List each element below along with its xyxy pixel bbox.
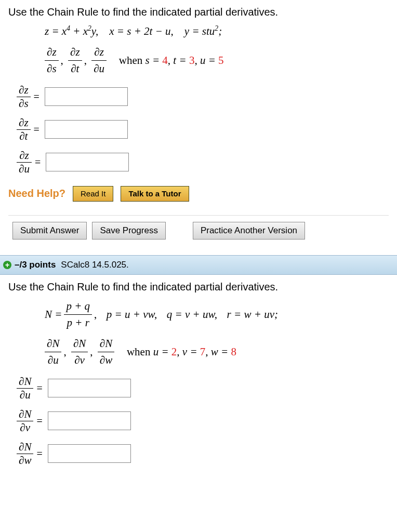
input-dz-du[interactable]: [46, 153, 129, 171]
talk-tutor-button[interactable]: Talk to a Tutor: [121, 186, 189, 202]
q1-setup: z = x4 + x2y, x = s + 2t − u, y = stu2; …: [45, 23, 389, 77]
q2-prompt: Use the Chain Rule to find the indicated…: [8, 281, 389, 293]
answer-row-dN-dw: ∂N ∂w =: [17, 441, 389, 467]
q2-equations-line1: N = p + q p + r , p = u + vw, q = v + uw…: [45, 298, 389, 331]
label-dz-dt: ∂z ∂t: [17, 116, 31, 143]
frac-dz-du: ∂z ∂u: [91, 44, 107, 77]
input-dN-dv[interactable]: [48, 411, 131, 430]
question-2: Use the Chain Rule to find the indicated…: [0, 275, 397, 483]
practice-another-button[interactable]: Practice Another Version: [193, 222, 305, 240]
read-it-button[interactable]: Read It: [73, 186, 113, 202]
question-reference: SCalc8 14.5.025.: [61, 260, 128, 270]
frac-dN-dw: ∂N ∂w: [98, 336, 114, 369]
q1-equations-line1: z = x4 + x2y, x = s + 2t − u, y = stu2;: [45, 23, 389, 40]
q1-deriv-line: ∂z ∂s , ∂z ∂t , ∂z ∂u when s = 4, t = 3,…: [45, 44, 389, 77]
answer-row-dN-du: ∂N ∂u =: [17, 375, 389, 402]
label-dN-dv: ∂N ∂v: [17, 408, 33, 434]
submit-answer-button[interactable]: Submit Answer: [12, 222, 87, 240]
frac-dz-ds: ∂z ∂s: [45, 44, 59, 77]
expand-icon[interactable]: +: [3, 261, 11, 269]
input-dz-dt[interactable]: [45, 120, 128, 139]
input-dN-dw[interactable]: [48, 444, 131, 463]
answer-row-dN-dv: ∂N ∂v =: [17, 408, 389, 434]
save-progress-button[interactable]: Save Progress: [92, 222, 166, 240]
label-dN-du: ∂N ∂u: [17, 375, 33, 402]
need-help-row: Need Help? Read It Talk to a Tutor: [8, 186, 389, 202]
label-dN-dw: ∂N ∂w: [17, 441, 33, 467]
q2-setup: N = p + q p + r , p = u + vw, q = v + uw…: [45, 298, 389, 369]
question-1: Use the Chain Rule to find the indicated…: [0, 0, 397, 255]
input-dN-du[interactable]: [48, 379, 131, 397]
answer-row-dz-du: ∂z ∂u =: [17, 149, 389, 176]
action-bar: Submit Answer Save Progress Practice Ano…: [8, 215, 389, 246]
frac-N: p + q p + r: [64, 298, 92, 331]
need-help-label: Need Help?: [8, 188, 65, 200]
input-dz-ds[interactable]: [45, 87, 128, 106]
answer-row-dz-ds: ∂z ∂s =: [17, 84, 389, 110]
question-2-header: + –/3 points SCalc8 14.5.025.: [0, 255, 397, 275]
q1-prompt: Use the Chain Rule to find the indicated…: [8, 6, 389, 18]
points-label: –/3 points: [15, 260, 56, 270]
q2-deriv-line: ∂N ∂u , ∂N ∂v , ∂N ∂w when u = 2, v = 7,…: [45, 336, 389, 369]
answer-row-dz-dt: ∂z ∂t =: [17, 116, 389, 143]
frac-dN-dv: ∂N ∂v: [71, 336, 88, 369]
label-dz-du: ∂z ∂u: [17, 149, 32, 176]
frac-dN-du: ∂N ∂u: [45, 336, 61, 369]
label-dz-ds: ∂z ∂s: [17, 84, 31, 110]
frac-dz-dt: ∂z ∂t: [68, 44, 82, 77]
